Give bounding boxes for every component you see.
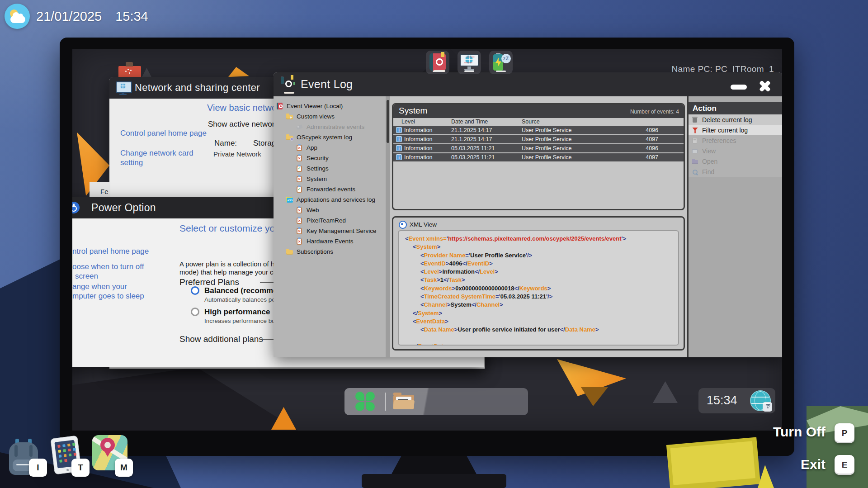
start-clover-icon[interactable] bbox=[354, 390, 377, 413]
tree-item-label: Key Management Service bbox=[307, 227, 377, 234]
tablet-keycap[interactable]: T bbox=[71, 459, 90, 477]
tree-item-hardware-events[interactable]: Hardware Events bbox=[274, 236, 386, 246]
link-control-panel-home[interactable]: ntrol panel home page bbox=[72, 246, 149, 256]
clip-x-icon bbox=[296, 144, 304, 152]
link-change-sleep[interactable]: ange when your mputer goes to sleep bbox=[72, 282, 144, 301]
cell-event-id: 4097 bbox=[646, 154, 658, 161]
tree-item-system[interactable]: System bbox=[274, 174, 386, 184]
tree-scrollbar bbox=[386, 96, 390, 357]
action-filter-current-log[interactable]: Filter current log bbox=[689, 125, 782, 135]
xml-view-panel: XML View <Event xmlns='https://schemas.p… bbox=[392, 216, 685, 351]
map-keycap[interactable]: M bbox=[115, 459, 133, 477]
cell-datetime: 21.1.2025 14:17 bbox=[451, 136, 492, 142]
system-tray: 15:34 bbox=[698, 388, 775, 413]
tree-item-key-management-service[interactable]: Key Management Service bbox=[274, 226, 386, 236]
power-paragraph-line: A power plan is a collection of hardw bbox=[179, 260, 289, 268]
link-control-panel-home[interactable]: Control panel home page bbox=[120, 128, 220, 138]
tree-item-applications-and-services-log[interactable]: Applications and services log bbox=[274, 194, 386, 205]
tree-item-web[interactable]: Web bbox=[274, 205, 386, 215]
tray-clock: 15:34 bbox=[707, 393, 737, 407]
tree-item-label: Forwarded events bbox=[307, 186, 355, 193]
action-view: View bbox=[689, 146, 782, 156]
tree-item-app[interactable]: App bbox=[274, 142, 386, 153]
show-active-networks-label: Show active networks bbox=[208, 120, 282, 129]
view-basic-network-heading[interactable]: View basic network bbox=[207, 103, 284, 113]
network-monitor-globe-icon bbox=[116, 81, 130, 94]
cell-level: Information bbox=[404, 154, 433, 161]
action-delete-current-log[interactable]: Delete current log bbox=[689, 114, 782, 125]
rad io-high-performance[interactable] bbox=[191, 308, 199, 316]
link-change-network-card[interactable]: Change network card setting bbox=[120, 148, 211, 167]
tree-item-label: Custom views bbox=[297, 113, 335, 120]
column-level: Level bbox=[401, 118, 415, 125]
tree-item-oscypek-system-log[interactable]: OScypek system log bbox=[274, 132, 386, 142]
app-event-log[interactable] bbox=[426, 51, 449, 74]
action-label: Preferences bbox=[702, 137, 736, 144]
monitor-screen: Name PC: PC_ITRoom_1 Network and sharing… bbox=[72, 49, 782, 431]
wallpaper-shape bbox=[72, 367, 298, 431]
column-date: Date and Time bbox=[451, 118, 488, 125]
exit-keycap[interactable]: E bbox=[835, 455, 854, 475]
cell-source: User Profile Service bbox=[522, 127, 571, 133]
clip-x-icon bbox=[296, 175, 304, 183]
folder-open-icon bbox=[691, 158, 699, 165]
toolbox-icon[interactable] bbox=[118, 66, 141, 78]
window-title: Network and sharing center bbox=[135, 82, 260, 94]
xml-line: <System> bbox=[405, 243, 672, 251]
event-row[interactable]: iInformation05.03.2025 11:21User Profile… bbox=[393, 153, 684, 162]
file-manager-icon[interactable] bbox=[392, 392, 415, 411]
exit-label[interactable]: Exit bbox=[801, 457, 826, 472]
link-choose-turn-off-screen[interactable]: oose when to turn off screen bbox=[72, 262, 144, 281]
action-find: Find bbox=[689, 166, 782, 177]
action-label: View bbox=[702, 147, 716, 155]
tree-item-forwarded-events[interactable]: Forwarded events bbox=[274, 184, 386, 194]
tree-item-administrative-events[interactable]: Administrative events bbox=[274, 122, 386, 132]
monitor-stand bbox=[391, 456, 477, 475]
tree-item-custom-views[interactable]: Custom views bbox=[274, 111, 386, 122]
app-network[interactable] bbox=[458, 51, 481, 74]
tree-item-label: Web bbox=[307, 207, 319, 213]
funnel-icon bbox=[691, 127, 699, 134]
app-power[interactable]: zZ bbox=[489, 51, 513, 74]
turn-off-label[interactable]: Turn Off bbox=[773, 424, 826, 440]
magnifier-icon bbox=[691, 168, 699, 175]
cell-event-id: 4096 bbox=[646, 145, 658, 152]
tree-item-subscriptions[interactable]: Subscriptions bbox=[274, 246, 386, 257]
system-panel-title: System bbox=[399, 106, 427, 116]
event-row[interactable]: iInformation05.03.2025 11:21User Profile… bbox=[393, 144, 684, 153]
action-label: Open bbox=[702, 158, 717, 165]
minimize-button[interactable] bbox=[731, 85, 747, 90]
tree-item-event-viewer-local[interactable]: Event Viewer (Local) bbox=[274, 101, 386, 111]
event-log-book-icon bbox=[429, 53, 446, 71]
dock-divider bbox=[385, 393, 386, 411]
cell-level: Information bbox=[404, 136, 433, 142]
hud-date: 21/01/2025 bbox=[36, 9, 102, 24]
tree-item-label: OScypek system log bbox=[297, 134, 352, 141]
note-icon bbox=[691, 137, 699, 144]
xml-line: <Event xmlns='https://schemas.pixelteamr… bbox=[405, 235, 672, 243]
window-icon bbox=[691, 147, 699, 155]
name-label: Name: bbox=[214, 139, 237, 148]
information-icon: i bbox=[396, 145, 402, 151]
scrollbar-thumb[interactable] bbox=[387, 100, 389, 143]
name-value: Storag bbox=[253, 139, 276, 148]
event-row[interactable]: iInformation21.1.2025 14:17User Profile … bbox=[393, 135, 684, 144]
network-globe-icon[interactable] bbox=[750, 390, 771, 411]
information-icon: i bbox=[396, 136, 402, 142]
close-button[interactable] bbox=[758, 79, 772, 93]
xml-line: <Level>Information</Level> bbox=[405, 268, 672, 276]
event-row[interactable]: iInformation21.1.2025 14:17User Profile … bbox=[393, 126, 684, 135]
xml-view-radio[interactable] bbox=[399, 221, 407, 229]
tree-item-security[interactable]: Security bbox=[274, 153, 386, 163]
tree-item-settings[interactable]: Settings bbox=[274, 163, 386, 174]
window-fragment: Fe bbox=[90, 182, 110, 197]
xml-line: <TimeCreated SystemTime='05.03.2025 11:2… bbox=[405, 293, 672, 301]
inventory-keycap[interactable]: I bbox=[29, 459, 47, 477]
event-log-titlebar[interactable]: Event Log bbox=[274, 72, 782, 96]
action-items: Delete current logFilter current logPref… bbox=[689, 114, 782, 177]
show-additional-plans-label[interactable]: Show additional plans bbox=[179, 334, 263, 344]
tree-item-pixelteamred[interactable]: PixelTeamRed bbox=[274, 215, 386, 226]
book-icon bbox=[276, 103, 284, 110]
radio-balanced[interactable] bbox=[191, 286, 199, 295]
turn-off-keycap[interactable]: P bbox=[835, 423, 854, 443]
